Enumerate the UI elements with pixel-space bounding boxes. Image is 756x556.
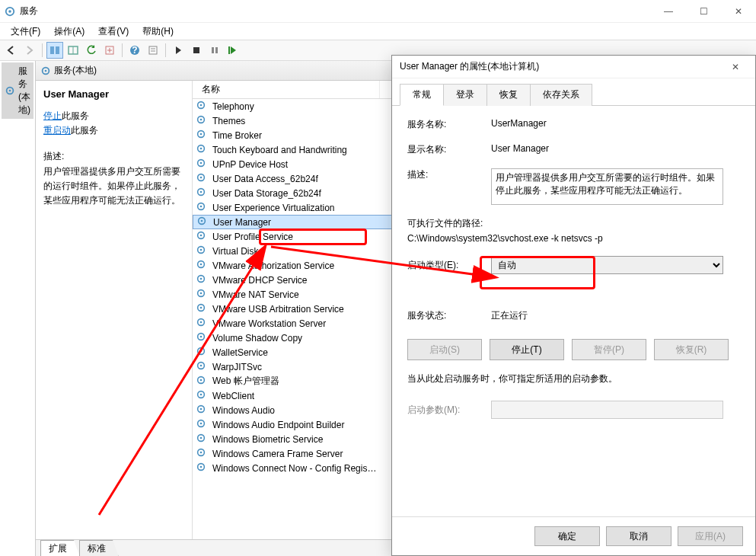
svg-point-61 [200, 394, 203, 396]
dialog-titlebar: User Manager 的属性(本地计算机) ✕ [392, 56, 755, 78]
view-detail-button[interactable] [46, 42, 63, 59]
service-name-cell: User Experience Virtualization [211, 203, 378, 213]
export-button[interactable] [101, 42, 118, 59]
desc-label: 描述: [43, 150, 184, 163]
gear-icon [196, 230, 208, 243]
svg-point-39 [200, 235, 203, 237]
gear-icon [196, 143, 208, 156]
restart-button[interactable] [225, 42, 241, 59]
gear-icon [196, 100, 208, 113]
svg-point-47 [200, 292, 203, 295]
service-name-cell: WalletService [211, 347, 378, 358]
gear-icon [40, 66, 51, 76]
stop-suffix: 此服务 [62, 110, 89, 121]
service-name-cell: VMware NAT Service [211, 289, 378, 300]
detail-pane: User Manager 停止此服务 重启动此服务 描述: 用户管理器提供多用户… [36, 81, 193, 539]
menu-file[interactable]: 文件(F) [5, 24, 46, 40]
dialog-footer: 确定 取消 应用(A) [392, 516, 755, 555]
stop-button[interactable]: 停止(T) [490, 339, 564, 360]
pause-button[interactable] [206, 42, 223, 59]
service-name-cell: WarpJITSvc [211, 362, 378, 372]
menu-view[interactable]: 查看(V) [92, 24, 135, 40]
svg-point-43 [200, 264, 203, 266]
forward-button[interactable] [21, 42, 38, 59]
pause-button: 暂停(P) [572, 339, 646, 360]
tree-item-label: 服务(本地) [18, 65, 30, 117]
service-name-cell: User Data Storage_62b24f [211, 188, 378, 199]
svg-point-35 [200, 206, 203, 208]
value-exe-path: C:\Windows\system32\svchost.exe -k netsv… [407, 233, 603, 244]
svg-point-69 [200, 452, 203, 454]
ok-button[interactable]: 确定 [534, 526, 600, 546]
label-service-name: 服务名称: [407, 118, 491, 131]
gear-icon [196, 216, 209, 228]
service-name-cell: Windows Audio [211, 405, 378, 416]
play-button[interactable] [170, 42, 187, 59]
cancel-button[interactable]: 取消 [606, 526, 671, 546]
tab-general[interactable]: 常规 [400, 84, 444, 106]
service-name-cell: Touch Keyboard and Handwriting [211, 145, 378, 155]
col-name[interactable]: 名称 [197, 81, 380, 98]
service-name-cell: Windows Audio Endpoint Builder [211, 420, 378, 430]
resume-button: 恢复(R) [654, 339, 729, 360]
label-params: 启动参数(M): [407, 404, 491, 417]
tab-dependencies[interactable]: 依存关系 [530, 84, 592, 106]
service-name-cell: Time Broker [211, 130, 378, 141]
svg-point-55 [200, 350, 203, 353]
svg-point-65 [200, 423, 203, 425]
selected-service-title: User Manager [43, 88, 184, 100]
stop-button[interactable] [188, 42, 205, 59]
close-button[interactable]: ✕ [721, 0, 756, 23]
stop-service-link[interactable]: 停止 [43, 110, 62, 121]
label-status: 服务状态: [407, 309, 491, 322]
menu-action[interactable]: 操作(A) [48, 24, 91, 40]
tree-item-services-local[interactable]: 服务(本地) [2, 62, 33, 119]
tab-extended[interactable]: 扩展 [40, 540, 80, 556]
service-name-cell: Themes [211, 116, 378, 126]
value-display-name: User Manager [491, 143, 740, 154]
help-button[interactable]: ? [126, 42, 143, 59]
gear-icon [196, 201, 208, 214]
apply-button: 应用(A) [678, 526, 743, 546]
svg-point-27 [200, 148, 203, 150]
svg-point-29 [200, 162, 203, 165]
view-split-button[interactable] [65, 42, 81, 59]
gear-icon [196, 433, 208, 446]
back-button[interactable] [3, 42, 20, 59]
gear-icon [5, 85, 15, 96]
dialog-tabs: 常规 登录 恢复 依存关系 [392, 78, 755, 106]
maximize-button[interactable]: ☐ [686, 0, 721, 23]
tab-logon[interactable]: 登录 [443, 84, 487, 106]
svg-point-31 [200, 177, 203, 179]
dialog-close-button[interactable]: ✕ [720, 56, 751, 78]
refresh-button[interactable] [83, 42, 100, 59]
service-name-cell: Windows Camera Frame Server [211, 449, 378, 459]
label-exe-path: 可执行文件的路径: [407, 218, 483, 228]
gear-icon [196, 418, 208, 431]
tab-standard[interactable]: 标准 [79, 540, 119, 556]
minimize-button[interactable]: — [651, 0, 686, 23]
menu-help[interactable]: 帮助(H) [136, 24, 180, 40]
gear-icon [196, 375, 208, 388]
restart-service-link[interactable]: 重启动 [43, 125, 71, 136]
svg-point-21 [200, 104, 203, 107]
gear-icon [196, 158, 208, 171]
svg-point-53 [200, 336, 203, 338]
svg-point-1 [8, 10, 11, 13]
service-name-cell: VMware Workstation Server [211, 318, 378, 329]
svg-point-71 [200, 466, 203, 468]
startup-type-select[interactable]: 自动 [491, 256, 723, 274]
gear-icon [196, 447, 208, 460]
svg-text:?: ? [132, 45, 137, 56]
service-name-cell: Virtual Disk [211, 246, 378, 257]
gear-icon [196, 288, 208, 301]
value-description[interactable] [491, 168, 723, 205]
window-title: 服务 [20, 5, 38, 18]
svg-rect-13 [212, 47, 214, 53]
svg-point-19 [45, 69, 47, 72]
gear-icon [196, 259, 208, 272]
tab-recovery[interactable]: 恢复 [486, 84, 531, 106]
gear-icon [196, 462, 208, 475]
menubar: 文件(F) 操作(A) 查看(V) 帮助(H) [0, 23, 756, 40]
properties-button[interactable] [145, 42, 161, 59]
